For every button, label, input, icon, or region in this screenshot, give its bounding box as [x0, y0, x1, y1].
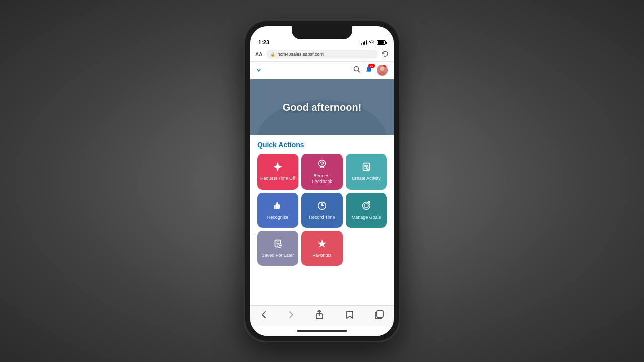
url-aa-label[interactable]: AA — [255, 52, 262, 57]
request-feedback-label: Request Feedback — [304, 173, 340, 185]
main-content: Quick Actions Request Time Off — [250, 135, 394, 305]
tabs-button[interactable] — [375, 310, 384, 321]
share-button[interactable] — [315, 310, 324, 322]
create-activity-label: Create Activity — [352, 176, 381, 182]
favorites-label: Favorites — [312, 253, 331, 258]
action-tile-manage-goals[interactable]: Manage Goals — [346, 193, 387, 228]
svg-point-19 — [364, 204, 368, 208]
bookmarks-button[interactable] — [345, 310, 355, 322]
browser-nav — [250, 305, 394, 326]
record-time-label: Record Time — [309, 215, 335, 220]
saved-icon — [272, 238, 283, 251]
actions-grid: Request Time Off Request Feedb — [257, 154, 387, 266]
action-tile-record-time[interactable]: Record Time — [301, 193, 343, 228]
action-tile-request-feedback[interactable]: Request Feedback — [301, 154, 343, 190]
feedback-icon — [316, 159, 328, 171]
manage-goals-label: Manage Goals — [352, 215, 381, 220]
bell-badge: 20 — [368, 64, 375, 68]
hero-banner: Good afternoon! — [250, 79, 394, 135]
svg-rect-2 — [366, 71, 371, 72]
action-tile-saved-for-later[interactable]: Saved For Later — [257, 231, 298, 266]
plane-icon — [272, 161, 283, 174]
action-tile-create-activity[interactable]: Create Activity — [346, 154, 387, 190]
clock-icon — [316, 200, 328, 213]
home-indicator — [250, 326, 394, 336]
status-icons — [361, 40, 386, 45]
saved-for-later-label: Saved For Later — [262, 253, 294, 258]
quick-actions-title: Quick Actions — [257, 141, 387, 149]
svg-line-1 — [358, 71, 360, 73]
signal-icon — [361, 40, 367, 45]
forward-button[interactable] — [288, 310, 295, 322]
user-avatar[interactable]: 11 — [377, 65, 388, 76]
notifications-bell[interactable]: 20 — [365, 66, 373, 75]
url-address: hcm40sales.sapsf.com — [277, 52, 324, 57]
thumbsup-icon — [272, 200, 283, 213]
back-button[interactable] — [260, 310, 267, 322]
activity-icon — [361, 161, 372, 174]
action-tile-recognize[interactable]: Recognize — [257, 193, 298, 228]
action-tile-favorites[interactable]: Favorites — [301, 231, 343, 266]
phone-notch — [292, 26, 352, 39]
status-time: 1:23 — [258, 39, 361, 45]
app-nav-bar: 20 11 — [250, 62, 394, 79]
svg-rect-25 — [377, 311, 383, 317]
svg-point-6 — [321, 165, 322, 165]
recognize-label: Recognize — [267, 215, 289, 220]
svg-point-4 — [380, 67, 384, 71]
search-icon[interactable] — [353, 66, 361, 75]
action-tile-request-time-off[interactable]: Request Time Off — [257, 154, 298, 190]
home-bar — [297, 330, 347, 332]
nav-dropdown[interactable] — [256, 68, 261, 73]
avatar-badge: 11 — [383, 65, 388, 67]
hero-greeting: Good afternoon! — [283, 102, 362, 113]
request-time-off-label: Request Time Off — [260, 176, 295, 182]
refresh-icon[interactable] — [382, 50, 389, 59]
url-field[interactable]: 🔒 hcm40sales.sapsf.com — [266, 50, 378, 59]
star-icon — [316, 238, 328, 251]
svg-point-5 — [319, 160, 326, 167]
url-bar: AA 🔒 hcm40sales.sapsf.com — [250, 47, 394, 62]
goals-icon — [361, 200, 372, 213]
lock-icon: 🔒 — [270, 52, 275, 57]
battery-icon — [377, 40, 386, 45]
svg-rect-14 — [274, 205, 276, 209]
wifi-icon — [369, 40, 375, 45]
